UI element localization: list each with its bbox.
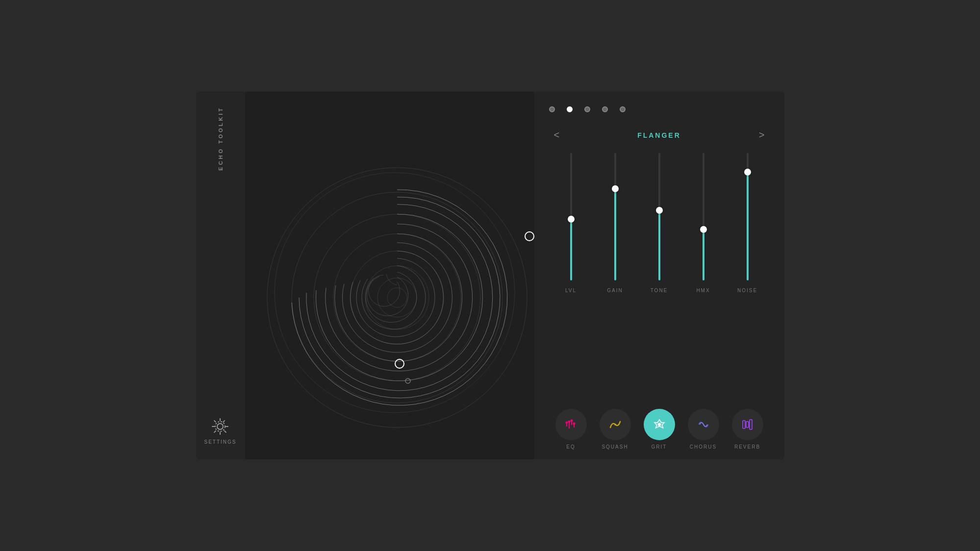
slider-column-noise: NOISE <box>726 153 770 392</box>
slider-track-hmx[interactable] <box>703 153 704 280</box>
effects-section: EQ SQUASH GRIT CHORUS REVERB <box>549 404 770 450</box>
svg-point-13 <box>528 234 531 238</box>
slider-track-tone[interactable] <box>658 153 660 280</box>
slider-column-tone: TONE <box>637 153 681 392</box>
slider-label-gain: GAIN <box>607 288 623 293</box>
prev-preset-button[interactable]: < <box>549 127 565 143</box>
svg-point-29 <box>658 423 661 426</box>
slider-column-gain: GAIN <box>593 153 637 392</box>
effect-icon-circle-eq <box>555 409 587 440</box>
next-preset-button[interactable]: > <box>754 127 770 143</box>
svg-point-27 <box>614 424 616 426</box>
effect-button-chorus[interactable]: CHORUS <box>681 409 726 450</box>
preset-dot-3[interactable] <box>602 106 608 112</box>
sliders-section: LVLGAINTONEHMXNOISE <box>549 153 770 397</box>
effect-label-grit: GRIT <box>652 444 667 450</box>
svg-rect-32 <box>750 420 752 429</box>
effect-icon-circle-reverb <box>732 409 763 440</box>
effect-label-eq: EQ <box>566 444 575 450</box>
svg-point-23 <box>565 422 568 424</box>
effect-icon-circle-grit <box>644 409 675 440</box>
effect-button-reverb[interactable]: REVERB <box>726 409 770 450</box>
effect-label-reverb: REVERB <box>734 444 760 450</box>
left-sidebar: ECHO TOOLKIT SETTINGS <box>196 92 245 459</box>
app-title: ECHO TOOLKIT <box>218 106 224 171</box>
slider-thumb-tone[interactable] <box>656 207 663 214</box>
effect-icon-circle-squash <box>600 409 631 440</box>
effect-button-eq[interactable]: EQ <box>549 409 593 450</box>
preset-dot-1[interactable] <box>567 106 573 112</box>
app-container: ECHO TOOLKIT SETTINGS <box>196 92 784 459</box>
slider-thumb-lvl[interactable] <box>568 216 575 223</box>
effect-icon-circle-chorus <box>688 409 719 440</box>
slider-column-lvl: LVL <box>549 153 593 392</box>
slider-column-hmx: HMX <box>681 153 726 392</box>
viz-panel <box>245 92 534 459</box>
svg-rect-30 <box>743 421 745 428</box>
slider-label-lvl: LVL <box>565 288 577 293</box>
preset-nav: < FLANGER > <box>549 125 770 146</box>
svg-rect-2 <box>245 92 534 459</box>
preset-dots <box>549 101 770 117</box>
preset-dot-4[interactable] <box>620 106 626 112</box>
slider-fill-lvl <box>570 219 572 280</box>
slider-thumb-noise[interactable] <box>744 169 751 175</box>
slider-label-tone: TONE <box>651 288 668 293</box>
effect-label-squash: SQUASH <box>602 444 628 450</box>
effect-button-grit[interactable]: GRIT <box>637 409 681 450</box>
svg-point-15 <box>398 362 402 366</box>
control-panel: < FLANGER > LVLGAINTONEHMXNOISE EQ SQUAS… <box>534 92 784 459</box>
slider-fill-hmx <box>703 229 704 280</box>
slider-track-noise[interactable] <box>747 153 749 280</box>
spiral-canvas <box>245 92 534 459</box>
effect-button-squash[interactable]: SQUASH <box>593 409 637 450</box>
svg-rect-31 <box>746 422 749 427</box>
slider-thumb-gain[interactable] <box>612 185 619 192</box>
svg-point-26 <box>573 423 575 425</box>
slider-label-hmx: HMX <box>696 288 710 293</box>
settings-section[interactable]: SETTINGS <box>204 418 236 445</box>
settings-icon <box>211 418 229 435</box>
svg-point-25 <box>570 420 573 422</box>
effect-label-chorus: CHORUS <box>690 444 717 450</box>
svg-point-0 <box>217 424 223 429</box>
slider-fill-noise <box>747 172 749 280</box>
slider-label-noise: NOISE <box>737 288 757 293</box>
slider-track-lvl[interactable] <box>570 153 572 280</box>
slider-track-gain[interactable] <box>614 153 616 280</box>
preset-dot-0[interactable] <box>549 106 555 112</box>
preset-dot-2[interactable] <box>584 106 590 112</box>
slider-thumb-hmx[interactable] <box>700 226 707 233</box>
slider-fill-tone <box>658 210 660 280</box>
preset-name: FLANGER <box>637 131 681 139</box>
slider-fill-gain <box>614 189 616 280</box>
svg-point-24 <box>568 421 570 423</box>
settings-label[interactable]: SETTINGS <box>204 439 236 445</box>
